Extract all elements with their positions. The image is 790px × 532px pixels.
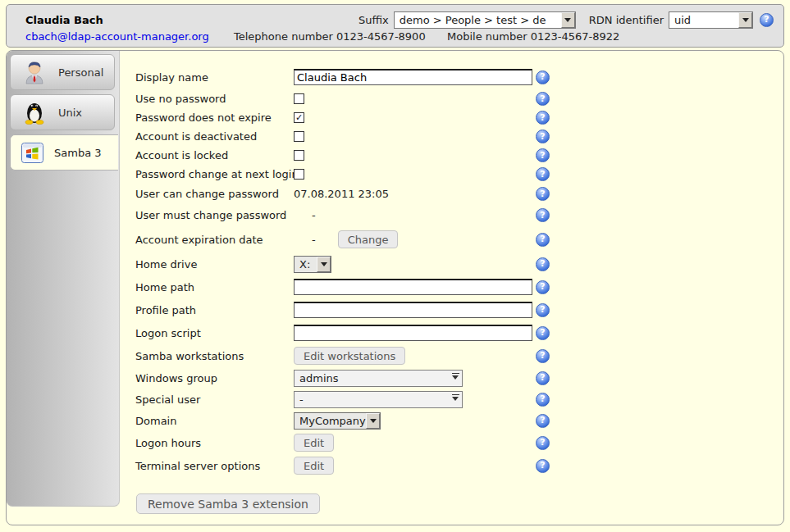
suffix-select-value: demo > People > test > de <box>395 12 561 28</box>
tab-personal[interactable]: Personal <box>10 54 115 90</box>
password-no-expire-label: Password does not expire <box>135 111 294 124</box>
person-icon <box>21 59 48 85</box>
display-name-label: Display name <box>135 71 294 84</box>
password-no-expire-checkbox[interactable]: ✓ <box>294 112 304 123</box>
rdn-identifier-select[interactable]: uid <box>669 11 753 29</box>
form-row-terminal-server: Terminal server options Edit <box>135 454 783 477</box>
profile-path-label: Profile path <box>135 304 294 316</box>
form-row-samba-workstations: Samba workstations Edit workstations <box>135 344 783 367</box>
samba-workstations-label: Samba workstations <box>135 350 294 362</box>
logon-hours-label: Logon hours <box>135 437 294 449</box>
change-expiration-button[interactable]: Change <box>338 230 399 248</box>
windows-group-value: admins <box>295 371 449 386</box>
email-link[interactable]: cbach@ldap-account-manager.org <box>25 30 209 43</box>
telephone-number: Telephone number 0123-4567-8900 <box>234 30 426 43</box>
sidebar: Personal Unix <box>7 51 120 507</box>
samba3-form: Display name Use no password Password do… <box>120 51 783 525</box>
help-icon[interactable] <box>536 111 550 125</box>
form-row-account-locked: Account is locked <box>135 146 783 165</box>
form-row-home-drive: Home drive X: <box>135 252 783 275</box>
mobile-number: Mobile number 0123-4567-8922 <box>447 30 619 43</box>
help-icon[interactable] <box>536 371 550 385</box>
domain-label: Domain <box>135 415 294 427</box>
special-user-label: Special user <box>135 393 294 406</box>
form-row-account-expiration: Account expiration date - Change <box>135 226 783 252</box>
help-icon[interactable] <box>536 326 550 340</box>
edit-logon-hours-button[interactable]: Edit <box>294 434 334 452</box>
use-no-password-checkbox[interactable] <box>294 93 304 104</box>
tab-samba3[interactable]: Samba 3 <box>10 134 118 171</box>
form-row-password-no-expire: Password does not expire ✓ <box>135 108 783 127</box>
help-icon[interactable] <box>536 187 550 201</box>
tab-unix[interactable]: Unix <box>10 94 115 130</box>
profile-path-input[interactable] <box>294 302 532 318</box>
help-icon[interactable] <box>536 303 550 317</box>
help-icon[interactable] <box>536 349 550 363</box>
chevron-down-icon[interactable] <box>366 413 380 429</box>
password-change-next-login-label: Password change at next login <box>135 168 294 180</box>
home-drive-select[interactable]: X: <box>294 256 331 273</box>
help-icon[interactable] <box>536 257 550 271</box>
help-icon[interactable] <box>536 70 550 84</box>
help-icon[interactable] <box>536 130 550 143</box>
help-icon[interactable] <box>536 208 550 222</box>
help-icon[interactable] <box>536 167 550 181</box>
windows-group-select[interactable]: admins <box>294 370 463 387</box>
form-row-user-can-change-password: User can change password 07.08.2011 23:0… <box>135 184 783 204</box>
form-row-logon-hours: Logon hours Edit <box>135 431 783 454</box>
header-row-2: cbach@ldap-account-manager.org Telephone… <box>7 29 783 47</box>
edit-workstations-button[interactable]: Edit workstations <box>294 347 405 365</box>
help-icon[interactable] <box>536 92 550 106</box>
windows-logo-icon <box>21 142 43 164</box>
chevron-down-icon[interactable] <box>738 12 752 28</box>
help-icon[interactable] <box>536 459 550 473</box>
password-change-next-login-checkbox[interactable] <box>294 169 304 180</box>
help-icon[interactable] <box>536 148 550 162</box>
account-deactivated-label: Account is deactivated <box>135 130 294 143</box>
account-locked-label: Account is locked <box>135 149 294 161</box>
chevron-down-icon[interactable] <box>317 257 331 272</box>
home-drive-label: Home drive <box>135 258 294 271</box>
help-icon[interactable] <box>536 233 550 247</box>
account-locked-checkbox[interactable] <box>294 150 304 161</box>
penguin-icon <box>21 99 48 125</box>
use-no-password-label: Use no password <box>135 93 294 105</box>
header-row-1: Claudia Bach Suffix demo > People > test… <box>7 5 783 29</box>
form-row-display-name: Display name <box>135 65 783 89</box>
help-icon[interactable] <box>536 393 550 407</box>
special-user-select[interactable]: - <box>294 391 463 408</box>
user-can-change-password-label: User can change password <box>135 188 294 200</box>
suffix-select[interactable]: demo > People > test > de <box>394 11 576 29</box>
help-icon[interactable] <box>536 280 550 294</box>
form-row-windows-group: Windows group admins <box>135 367 783 389</box>
special-user-value: - <box>295 392 449 407</box>
home-path-input[interactable] <box>294 279 532 295</box>
page-title: Claudia Bach <box>25 14 103 26</box>
help-icon[interactable] <box>760 13 774 27</box>
chevron-down-icon[interactable] <box>449 392 462 407</box>
tab-unix-label: Unix <box>58 107 82 119</box>
chevron-down-icon[interactable] <box>449 371 462 386</box>
logon-script-input[interactable] <box>294 325 532 341</box>
tab-personal-label: Personal <box>58 66 103 79</box>
header: Claudia Bach Suffix demo > People > test… <box>6 4 784 48</box>
header-controls: Suffix demo > People > test > de RDN ide… <box>358 11 774 29</box>
edit-terminal-server-button[interactable]: Edit <box>294 457 334 475</box>
form-row-domain: Domain MyCompany <box>135 410 783 431</box>
domain-select[interactable]: MyCompany <box>294 412 381 430</box>
form-row-password-change-next-login: Password change at next login <box>135 165 783 184</box>
windows-group-label: Windows group <box>135 372 294 384</box>
form-row-home-path: Home path <box>135 275 783 298</box>
user-can-change-password-value: 07.08.2011 23:05 <box>294 188 389 200</box>
user-must-change-password-label: User must change password <box>135 209 294 221</box>
chevron-down-icon[interactable] <box>561 12 575 28</box>
logon-script-label: Logon script <box>135 327 294 339</box>
remove-samba3-extension-button[interactable]: Remove Samba 3 extension <box>136 493 320 514</box>
form-row-logon-script: Logon script <box>135 321 783 344</box>
tab-samba3-label: Samba 3 <box>54 147 102 159</box>
help-icon[interactable] <box>536 436 550 450</box>
help-icon[interactable] <box>536 414 550 428</box>
display-name-input[interactable] <box>294 69 532 85</box>
account-deactivated-checkbox[interactable] <box>294 131 304 142</box>
form-row-user-must-change-password: User must change password - <box>135 204 783 226</box>
